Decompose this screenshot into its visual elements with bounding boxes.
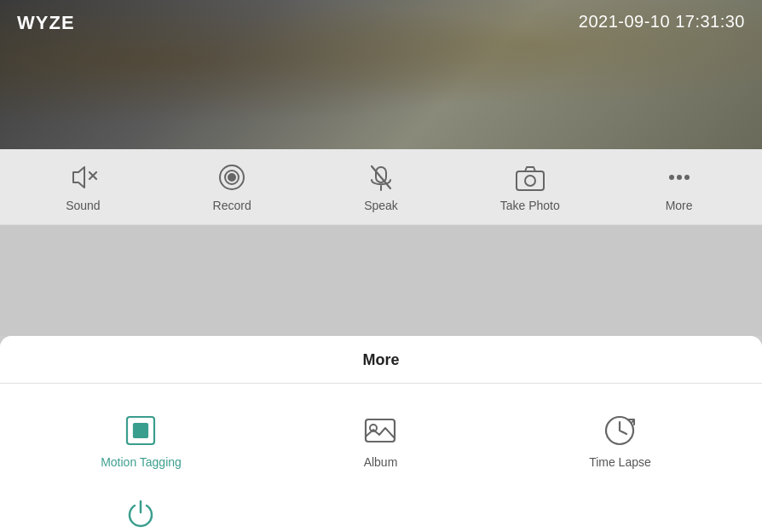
power-icon — [123, 494, 159, 530]
svg-marker-0 — [73, 167, 84, 188]
timelapse-icon — [602, 413, 638, 448]
take-photo-label: Take Photo — [500, 199, 560, 212]
sound-label: Sound — [66, 199, 100, 212]
more-bottom-sheet: More Motion Tagging Album — [0, 336, 762, 532]
record-button[interactable]: Record — [198, 161, 266, 212]
motion-tagging-label: Motion Tagging — [101, 455, 182, 469]
speak-label: Speak — [364, 199, 398, 212]
svg-rect-9 — [517, 171, 544, 190]
turn-off-button[interactable]: Turn Off — [26, 486, 257, 532]
wyze-logo: WYZE — [17, 12, 75, 34]
album-button[interactable]: Album — [265, 404, 496, 477]
take-photo-button[interactable]: Take Photo — [496, 161, 564, 212]
camera-timestamp: 2021-09-10 17:31:30 — [579, 12, 745, 32]
gray-background — [0, 225, 762, 336]
motion-tag-icon — [123, 413, 159, 448]
album-icon — [362, 413, 398, 448]
sound-button[interactable]: Sound — [49, 161, 117, 212]
sheet-title: More — [362, 351, 399, 368]
time-lapse-label: Time Lapse — [589, 455, 651, 469]
sheet-grid: Motion Tagging Album Time Lapse — [0, 384, 762, 532]
svg-point-13 — [684, 175, 690, 180]
speak-icon — [365, 161, 397, 194]
speak-button[interactable]: Speak — [347, 161, 415, 212]
svg-point-11 — [669, 175, 674, 180]
album-label: Album — [364, 455, 398, 469]
sheet-title-area: More — [0, 336, 762, 384]
svg-point-5 — [228, 174, 235, 181]
more-label: More — [666, 199, 693, 212]
sound-off-icon — [66, 161, 99, 194]
svg-rect-15 — [134, 424, 147, 437]
record-label: Record — [213, 199, 251, 212]
time-lapse-button[interactable]: Time Lapse — [505, 404, 736, 477]
motion-tagging-button[interactable]: Motion Tagging — [26, 404, 257, 477]
camera-icon — [514, 161, 546, 194]
more-icon — [663, 161, 696, 194]
more-button[interactable]: More — [645, 161, 713, 212]
camera-feed: WYZE 2021-09-10 17:31:30 — [0, 0, 762, 149]
record-icon — [216, 161, 248, 194]
svg-point-10 — [525, 176, 535, 186]
svg-point-12 — [677, 175, 682, 180]
camera-toolbar: Sound Record Speak Take Photo — [0, 149, 762, 225]
